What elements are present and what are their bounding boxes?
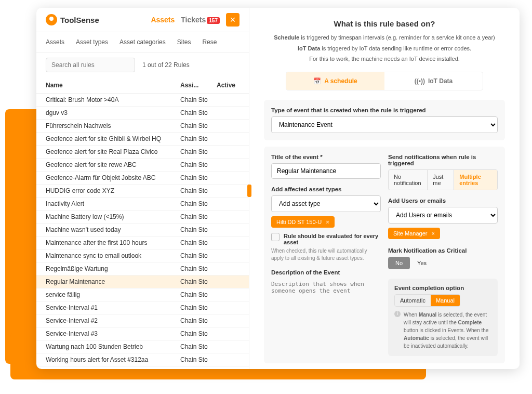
rule-editor: What is this rule based on? Schedule is … <box>249 8 520 369</box>
asset-type-select[interactable]: Add asset type <box>271 195 381 212</box>
table-row[interactable]: Machine wasn't used todayChain Sto <box>36 224 249 237</box>
table-row[interactable]: Geofence alert for site Real Plaza Civic… <box>36 146 249 159</box>
table-row[interactable]: Service-Interval #2Chain Sto <box>36 314 249 327</box>
logo-icon <box>46 14 57 25</box>
basis-toggle: 📅A schedule ((•))IoT Data <box>286 72 483 90</box>
brand-name: ToolSense <box>60 16 99 24</box>
users-label: Add Users or emails <box>388 198 498 204</box>
notif-option[interactable]: Just me <box>428 170 454 190</box>
critical-no[interactable]: No <box>388 257 410 269</box>
tickets-badge: 157 <box>207 17 220 24</box>
panel-resize-handle[interactable] <box>247 185 251 197</box>
rules-table: Name Assi... Active Critical: Brush Moto… <box>36 77 249 369</box>
table-row[interactable]: Service-Interval #3Chain Sto <box>36 327 249 340</box>
notif-label: Send notifications when rule is triggere… <box>388 154 498 166</box>
table-row[interactable]: Critical: Brush Motor >40AChain Sto <box>36 94 249 107</box>
left-panel: ToolSense Assets Tickets157 × AssetsAsse… <box>36 8 249 369</box>
desc-label: Description of the Event <box>271 269 381 275</box>
subnav-item[interactable]: Rese <box>202 38 217 46</box>
close-icon[interactable]: × <box>226 13 240 27</box>
table-row[interactable]: Maintenance sync to email outlookChain S… <box>36 249 249 262</box>
asset-types-label: Add affected asset types <box>271 186 381 192</box>
table-row[interactable]: dguv v3Chain Sto <box>36 107 249 120</box>
event-type-select[interactable]: Maintenance Event <box>271 116 498 133</box>
table-row[interactable]: Geofence alert for site Ghibli & Wirbel … <box>36 133 249 146</box>
completion-toggle: Automatic Manual <box>394 294 460 307</box>
search-input[interactable] <box>46 58 135 72</box>
table-row[interactable]: Inactivity AlertChain Sto <box>36 198 249 211</box>
calendar-icon: 📅 <box>313 77 321 85</box>
subnav-item[interactable]: Asset categories <box>119 38 166 46</box>
notif-segment: No notificationJust meMultiple entries <box>388 169 498 190</box>
comp-manual[interactable]: Manual <box>431 295 460 306</box>
table-row[interactable]: Geofence alert for site rewe ABCChain St… <box>36 159 249 172</box>
search-row: 1 out of 22 Rules <box>36 52 249 77</box>
table-row[interactable]: Working hours alert for Asset #A10003Cha… <box>36 366 249 369</box>
table-row[interactable]: Regular MaintenanceChain Sto <box>36 275 249 288</box>
table-row[interactable]: Geofence-Alarm für Objekt Jobsite ABCCha… <box>36 172 249 185</box>
critical-label: Mark Notification as Critical <box>388 247 498 254</box>
tab-iot[interactable]: ((•))IoT Data <box>384 72 483 90</box>
table-row[interactable]: Führerschein NachweisChain Sto <box>36 120 249 133</box>
critical-toggle: No Yes <box>388 257 434 269</box>
col-assi[interactable]: Assi... <box>180 82 217 89</box>
critical-yes[interactable]: Yes <box>410 257 434 269</box>
table-row[interactable]: Regelmäßige WartungChain Sto <box>36 262 249 275</box>
tab-schedule[interactable]: 📅A schedule <box>286 72 384 90</box>
table-row[interactable]: service fälligChain Sto <box>36 288 249 301</box>
brand-logo[interactable]: ToolSense <box>46 14 99 25</box>
event-type-label: Type of event that is created when the r… <box>271 107 498 113</box>
col-active[interactable]: Active <box>217 82 240 89</box>
asset-chip[interactable]: Hilti DD ST 150-U× <box>271 216 335 228</box>
form-heading: What is this rule based on? <box>264 19 505 28</box>
table-row[interactable]: Machine Battery low (<15%)Chain Sto <box>36 211 249 224</box>
subnav-item[interactable]: Asset types <box>76 38 108 46</box>
notif-option[interactable]: Multiple entries <box>454 170 497 190</box>
completion-label: Event completion option <box>394 285 491 291</box>
notif-option[interactable]: No notification <box>389 170 428 190</box>
table-row[interactable]: Service-Interval #1Chain Sto <box>36 301 249 314</box>
desc-textarea[interactable] <box>271 279 381 308</box>
nav-assets[interactable]: Assets <box>151 16 175 24</box>
title-input[interactable] <box>271 163 381 179</box>
user-chip[interactable]: Site Manager× <box>388 228 440 239</box>
comp-auto[interactable]: Automatic <box>395 295 431 306</box>
signal-icon: ((•)) <box>415 77 425 85</box>
subnav-item[interactable]: Assets <box>46 38 64 46</box>
table-row[interactable]: Maintenance after the first 100 hoursCha… <box>36 237 249 249</box>
app-window: ToolSense Assets Tickets157 × AssetsAsse… <box>36 8 520 369</box>
topbar: ToolSense Assets Tickets157 × <box>36 8 249 32</box>
evaluate-all-checkbox[interactable] <box>271 233 280 241</box>
users-select[interactable]: Add Users or emails <box>388 207 498 224</box>
subnav-item[interactable]: Sites <box>177 38 191 46</box>
table-row[interactable]: HUDDIG error code XYZChain Sto <box>36 185 249 198</box>
table-row[interactable]: Working hours alert for Asset #312aaChai… <box>36 353 249 366</box>
table-row[interactable]: Wartung nach 100 Stunden BetriebChain St… <box>36 340 249 353</box>
subnav: AssetsAsset typesAsset categoriesSitesRe… <box>36 32 249 52</box>
nav-tickets[interactable]: Tickets157 <box>181 16 220 24</box>
close-icon[interactable]: × <box>431 230 434 237</box>
col-name[interactable]: Name <box>46 82 180 89</box>
title-label: Title of the event * <box>271 154 381 160</box>
close-icon[interactable]: × <box>326 219 329 225</box>
rule-count: 1 out of 22 Rules <box>142 61 190 69</box>
info-icon: i <box>394 311 401 317</box>
